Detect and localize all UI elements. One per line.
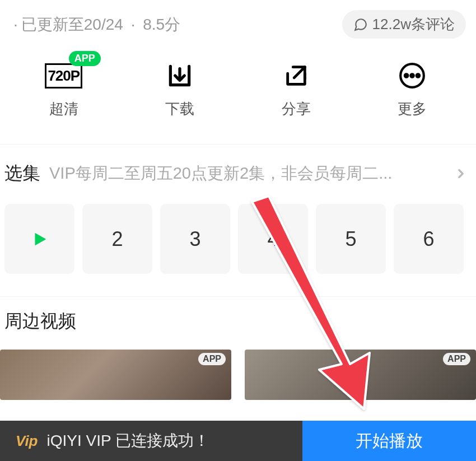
- download-icon: [163, 61, 197, 90]
- play-icon: [30, 230, 49, 249]
- comments-button[interactable]: 12.2w条评论: [342, 10, 466, 39]
- dot-separator: ·: [13, 16, 18, 34]
- start-play-button[interactable]: 开始播放: [302, 421, 476, 461]
- episode-schedule: VIP每周二至周五20点更新2集，非会员每周二...: [49, 162, 449, 185]
- download-button[interactable]: 下载: [163, 61, 197, 119]
- episode-4[interactable]: 4: [238, 204, 308, 274]
- app-badge: APP: [198, 353, 226, 365]
- download-label: 下载: [165, 99, 194, 119]
- dot-separator: ·: [127, 16, 139, 34]
- episode-6[interactable]: 6: [394, 204, 464, 274]
- side-videos-row: APP APP: [0, 350, 476, 400]
- meta-info: · 已更新至20/24 · 8.5分: [10, 14, 180, 35]
- episode-3[interactable]: 3: [160, 204, 230, 274]
- vip-status: Vip iQIYI VIP 已连接成功！: [0, 421, 302, 461]
- episode-1-playing[interactable]: [4, 204, 74, 274]
- rating: 8.5分: [143, 14, 180, 35]
- chevron-right-icon: [454, 166, 468, 181]
- meta-row: · 已更新至20/24 · 8.5分 12.2w条评论: [0, 0, 476, 44]
- vip-logo: Vip: [16, 432, 38, 450]
- quality-label: 超清: [49, 99, 78, 119]
- app-badge: APP: [443, 353, 470, 365]
- episode-list: 2 3 4 5 6: [0, 199, 476, 296]
- more-button[interactable]: 更多: [395, 61, 429, 119]
- quality-icon: 720P APP: [47, 61, 81, 90]
- actions-row: 720P APP 超清 下载 分享: [0, 44, 476, 144]
- episode-section-title: 选集: [4, 161, 40, 186]
- svg-point-3: [417, 74, 419, 77]
- comment-icon: [353, 17, 368, 32]
- bottom-bar: Vip iQIYI VIP 已连接成功！ 开始播放: [0, 421, 476, 461]
- more-label: 更多: [398, 99, 427, 119]
- share-icon: [279, 61, 313, 90]
- quality-button[interactable]: 720P APP 超清: [47, 61, 81, 119]
- update-status: 已更新至20/24: [21, 14, 123, 35]
- app-badge: APP: [69, 51, 101, 66]
- side-video-thumb[interactable]: APP: [245, 350, 476, 400]
- comments-count: 12.2w条评论: [372, 15, 455, 34]
- share-label: 分享: [282, 99, 311, 119]
- vip-status-text: iQIYI VIP 已连接成功！: [46, 430, 209, 451]
- side-video-thumb[interactable]: APP: [0, 350, 231, 400]
- more-icon: [395, 61, 429, 90]
- svg-point-1: [405, 74, 408, 77]
- share-button[interactable]: 分享: [279, 61, 313, 119]
- svg-marker-4: [35, 232, 46, 245]
- episode-5[interactable]: 5: [316, 204, 386, 274]
- episode-2[interactable]: 2: [82, 204, 152, 274]
- side-videos-title: 周边视频: [0, 297, 476, 350]
- svg-point-2: [411, 74, 414, 77]
- episode-header[interactable]: 选集 VIP每周二至周五20点更新2集，非会员每周二...: [0, 145, 476, 199]
